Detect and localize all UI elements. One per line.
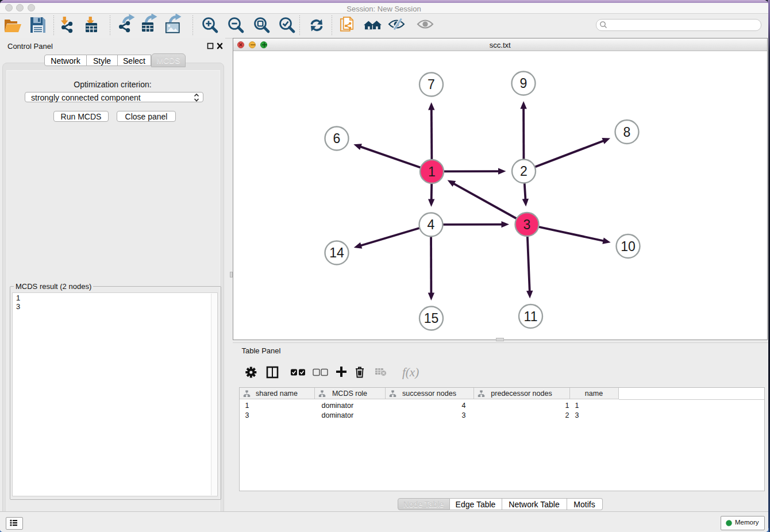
svg-text:f(x): f(x) bbox=[402, 365, 419, 379]
svg-text:7: 7 bbox=[428, 77, 435, 92]
svg-text:9: 9 bbox=[519, 76, 527, 91]
svg-text:8: 8 bbox=[623, 125, 630, 140]
svg-text:2: 2 bbox=[520, 164, 528, 179]
svg-text:14: 14 bbox=[329, 245, 344, 260]
svg-text:10: 10 bbox=[621, 239, 636, 254]
svg-text:3: 3 bbox=[523, 217, 530, 232]
svg-text:6: 6 bbox=[333, 131, 340, 146]
svg-text:1: 1 bbox=[428, 164, 436, 179]
svg-text:4: 4 bbox=[427, 217, 434, 232]
svg-text:15: 15 bbox=[424, 311, 438, 326]
svg-text:11: 11 bbox=[523, 309, 537, 324]
